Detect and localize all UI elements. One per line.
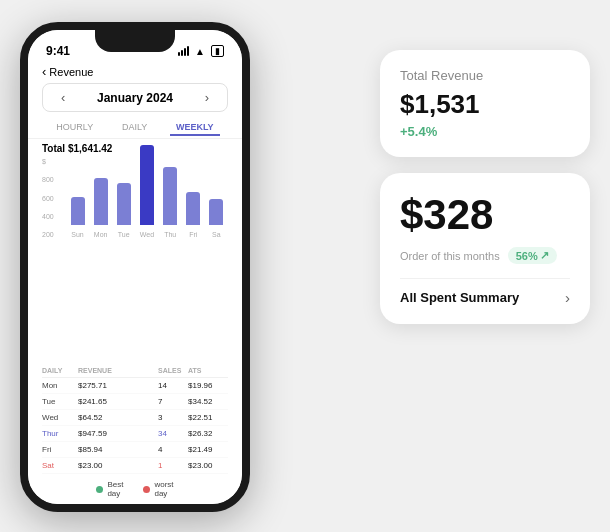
- bar-group: Tue: [117, 183, 131, 238]
- chart-container: $ 800 600 400 200 SunMonTueWedThuFriSa: [42, 158, 228, 258]
- chart-section: Total $1,641.42 $ 800 600 400 200 SunMon…: [28, 139, 242, 364]
- chart-bars: SunMonTueWedThuFriSa: [66, 158, 228, 238]
- table-cell: 1: [158, 461, 188, 470]
- signal-icon: [178, 46, 189, 56]
- spent-btn-arrow-icon: ›: [565, 289, 570, 306]
- chart-bar: [140, 145, 154, 225]
- col-ats: ATS: [188, 367, 228, 374]
- next-month-button[interactable]: ›: [201, 88, 213, 107]
- tab-daily[interactable]: DAILY: [116, 120, 153, 136]
- chart-bar: [186, 192, 200, 225]
- tab-weekly[interactable]: WEEKLY: [170, 120, 220, 136]
- phone-frame: 9:41 ▲ ▮ ‹ Revenue ‹ January 2024 ›: [20, 22, 250, 512]
- bar-group: Mon: [94, 178, 108, 238]
- table-cell: 3: [158, 413, 188, 422]
- bar-x-label: Sa: [212, 231, 221, 238]
- spent-badge-value: 56%: [516, 250, 538, 262]
- y-label-2: 800: [42, 176, 54, 183]
- table-cell: $22.51: [188, 413, 228, 422]
- bar-x-label: Thu: [164, 231, 176, 238]
- all-spent-summary-button[interactable]: All Spent Summary ›: [400, 289, 570, 306]
- table-cell: Mon: [42, 381, 78, 390]
- chart-bar: [117, 183, 131, 225]
- tab-hourly[interactable]: HOURLY: [50, 120, 99, 136]
- table-cell: $19.96: [188, 381, 228, 390]
- legend-best: Bestday: [96, 480, 123, 498]
- chart-bar: [163, 167, 177, 225]
- table-body: Mon$275.7114$19.96Tue$241.657$34.52Wed$6…: [42, 378, 228, 474]
- best-day-dot: [96, 486, 103, 493]
- spent-btn-label: All Spent Summary: [400, 290, 519, 305]
- wifi-icon: ▲: [195, 46, 205, 57]
- bar-x-label: Fri: [189, 231, 197, 238]
- spent-order-label: Order of this months: [400, 250, 500, 262]
- table-cell: $85.94: [78, 445, 158, 454]
- table-cell: Tue: [42, 397, 78, 406]
- chevron-left-icon: ‹: [42, 64, 46, 79]
- table-cell: Thur: [42, 429, 78, 438]
- table-row: Fri$85.944$21.49: [42, 442, 228, 458]
- back-nav[interactable]: ‹ Revenue: [28, 62, 242, 81]
- worst-day-dot: [143, 486, 150, 493]
- col-sales: SALES: [158, 367, 188, 374]
- battery-icon: ▮: [211, 45, 224, 57]
- table-row: Tue$241.657$34.52: [42, 394, 228, 410]
- table-cell: Sat: [42, 461, 78, 470]
- table-cell: 34: [158, 429, 188, 438]
- bar-group: Thu: [163, 167, 177, 238]
- table-cell: 7: [158, 397, 188, 406]
- y-label-3: 600: [42, 195, 54, 202]
- chart-bar: [71, 197, 85, 225]
- status-time: 9:41: [46, 44, 70, 58]
- chart-total: Total $1,641.42: [42, 143, 228, 154]
- revenue-card-change: +5.4%: [400, 124, 570, 139]
- table-row: Wed$64.523$22.51: [42, 410, 228, 426]
- y-label-1: $: [42, 158, 54, 165]
- table-cell: $947.59: [78, 429, 158, 438]
- prev-month-button[interactable]: ‹: [57, 88, 69, 107]
- table-cell: 14: [158, 381, 188, 390]
- bar-x-label: Mon: [94, 231, 108, 238]
- bar-group: Wed: [140, 145, 154, 238]
- revenue-card-title: Total Revenue: [400, 68, 570, 83]
- spent-badge: 56% ↗: [508, 247, 557, 264]
- revenue-card: Total Revenue $1,531 +5.4%: [380, 50, 590, 157]
- chart-bar: [209, 199, 223, 225]
- chart-bar: [94, 178, 108, 225]
- col-revenue: REVENUE: [78, 367, 158, 374]
- legend-best-label: Bestday: [107, 480, 123, 498]
- col-daily: DAILY: [42, 367, 78, 374]
- table-cell: $64.52: [78, 413, 158, 422]
- status-icons: ▲ ▮: [178, 45, 224, 57]
- month-navigator: ‹ January 2024 ›: [42, 83, 228, 112]
- table-cell: Wed: [42, 413, 78, 422]
- table-cell: $23.00: [188, 461, 228, 470]
- spent-badge-arrow: ↗: [540, 249, 549, 262]
- table-cell: Fri: [42, 445, 78, 454]
- chart-tabs: HOURLY DAILY WEEKLY: [28, 114, 242, 139]
- table-cell: $241.65: [78, 397, 158, 406]
- bar-group: Fri: [186, 192, 200, 238]
- table-cell: $23.00: [78, 461, 158, 470]
- phone-notch: [95, 30, 175, 52]
- table-header: DAILY REVENUE SALES ATS: [42, 364, 228, 378]
- phone-screen: 9:41 ▲ ▮ ‹ Revenue ‹ January 2024 ›: [28, 30, 242, 504]
- chart-y-labels: $ 800 600 400 200: [42, 158, 54, 238]
- table-row: Sat$23.001$23.00: [42, 458, 228, 474]
- revenue-table: DAILY REVENUE SALES ATS Mon$275.7114$19.…: [28, 364, 242, 474]
- bar-x-label: Wed: [140, 231, 154, 238]
- revenue-card-amount: $1,531: [400, 89, 570, 120]
- legend-worst-label: worstday: [154, 480, 173, 498]
- table-row: Mon$275.7114$19.96: [42, 378, 228, 394]
- table-cell: $21.49: [188, 445, 228, 454]
- spent-card-amount: $328: [400, 191, 570, 239]
- table-row: Thur$947.5934$26.32: [42, 426, 228, 442]
- y-label-5: 200: [42, 231, 54, 238]
- legend-worst: worstday: [143, 480, 173, 498]
- table-cell: $275.71: [78, 381, 158, 390]
- table-cell: $26.32: [188, 429, 228, 438]
- spent-card: $328 Order of this months 56% ↗ All Spen…: [380, 173, 590, 324]
- bar-x-label: Tue: [118, 231, 130, 238]
- month-title: January 2024: [97, 91, 173, 105]
- table-cell: 4: [158, 445, 188, 454]
